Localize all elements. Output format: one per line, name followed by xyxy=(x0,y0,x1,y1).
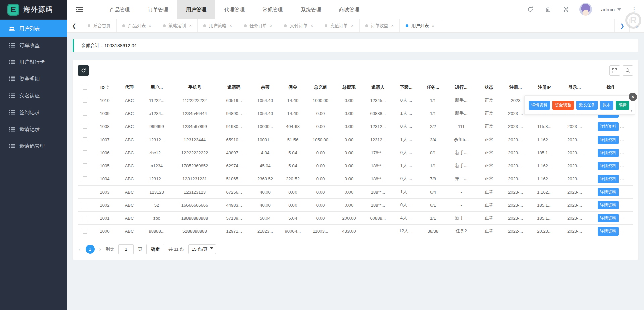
table-cell: 188**... xyxy=(363,172,393,186)
tab[interactable]: 产品列表× xyxy=(117,19,157,32)
table-cell: 52 xyxy=(141,199,172,212)
sidebar-item[interactable]: 用户列表 xyxy=(0,20,67,37)
tabs-scroll-left-icon[interactable]: ❮ xyxy=(67,19,82,32)
user-menu[interactable]: admin xyxy=(601,7,621,12)
sidebar-item[interactable]: 签到记录 xyxy=(0,104,67,121)
row-checkbox[interactable] xyxy=(83,98,87,103)
tab-close-icon[interactable]: × xyxy=(432,23,434,28)
top-menu-item[interactable]: 商城管理 xyxy=(330,0,368,19)
detail-button[interactable]: 详情资料 xyxy=(598,162,619,170)
tab[interactable]: 策略定制× xyxy=(157,19,198,32)
next-page-icon[interactable]: › xyxy=(99,246,102,253)
detail-button[interactable]: 详情资料 xyxy=(598,201,619,209)
detail-button[interactable]: 详情资料 xyxy=(598,175,619,183)
popup-action-button[interactable]: 派发任务 xyxy=(576,101,598,110)
table-cell: 1000.00 xyxy=(306,94,335,107)
tab-close-icon[interactable]: × xyxy=(189,23,192,28)
tab[interactable]: 任务订单× xyxy=(238,19,279,32)
tab-close-icon[interactable]: × xyxy=(229,23,232,28)
top-menu-item[interactable]: 代理管理 xyxy=(215,0,254,19)
sidebar-item[interactable]: 订单收益 xyxy=(0,37,67,54)
list-icon xyxy=(9,42,15,49)
table-refresh-button[interactable] xyxy=(78,65,89,76)
row-checkbox[interactable] xyxy=(83,150,87,155)
row-more-icon[interactable]: ... xyxy=(620,215,625,220)
table-cell: 正常 xyxy=(476,133,502,146)
tab-close-icon[interactable]: × xyxy=(149,23,151,28)
row-more-icon[interactable]: ... xyxy=(620,189,625,194)
row-more-icon[interactable]: ... xyxy=(620,176,625,181)
row-checkbox[interactable] xyxy=(83,203,87,207)
row-more-icon[interactable]: ... xyxy=(620,137,625,142)
detail-button[interactable]: 详情资料 xyxy=(598,122,619,131)
page-number-button[interactable]: 1 xyxy=(86,245,95,254)
popup-close-icon[interactable]: ✕ xyxy=(629,93,637,101)
tab[interactable]: 充值订单× xyxy=(319,19,360,32)
page-size-select[interactable]: 15 条/页 xyxy=(188,244,216,254)
table-cell: 杀组5... xyxy=(446,133,476,146)
row-checkbox[interactable] xyxy=(83,229,87,234)
list-icon xyxy=(9,76,15,82)
top-menu-item[interactable]: 产品管理 xyxy=(101,0,139,19)
top-menu-item[interactable]: 常规管理 xyxy=(254,0,292,19)
row-more-icon[interactable]: ... xyxy=(620,150,625,155)
tab-label: 后台首页 xyxy=(93,23,111,29)
row-checkbox[interactable] xyxy=(83,176,87,181)
table-row: 1005ABCa12341785236985262974...45.045.04… xyxy=(78,159,633,172)
sort-icon[interactable] xyxy=(106,85,109,89)
row-checkbox[interactable] xyxy=(83,163,87,168)
row-checkbox[interactable] xyxy=(83,124,87,129)
select-all-checkbox[interactable] xyxy=(83,85,87,90)
tab[interactable]: 用户列表× xyxy=(400,19,440,32)
fullscreen-icon[interactable] xyxy=(561,5,570,14)
table-search-button[interactable] xyxy=(623,65,633,76)
tab[interactable]: 用户策略× xyxy=(198,19,238,32)
detail-button[interactable]: 详情资料 xyxy=(598,149,619,157)
popup-action-button[interactable]: 资金调整 xyxy=(552,101,574,110)
sidebar-item[interactable]: 用户银行卡 xyxy=(0,54,67,70)
detail-button[interactable]: 详情资料 xyxy=(598,214,619,222)
row-more-icon[interactable]: ... xyxy=(620,124,625,129)
row-checkbox[interactable] xyxy=(83,137,87,142)
sidebar-item[interactable]: 邀请码管理 xyxy=(0,138,67,154)
prev-page-icon[interactable]: ‹ xyxy=(78,246,82,253)
table-cell: 3/4 xyxy=(420,133,446,146)
popup-action-button[interactable]: 编辑 xyxy=(616,101,629,110)
tab-close-icon[interactable]: × xyxy=(351,23,354,28)
tab[interactable]: 支付订单× xyxy=(278,19,319,32)
row-more-icon[interactable]: ... xyxy=(620,163,625,168)
columns-toggle-button[interactable] xyxy=(609,65,620,76)
trash-icon[interactable] xyxy=(544,5,552,14)
table-row: 1001ABCzbc1888888888857139...50.045.040.… xyxy=(78,212,633,225)
more-options-icon[interactable]: ⋮ xyxy=(630,6,638,13)
page-input[interactable] xyxy=(118,244,134,254)
tab-close-icon[interactable]: × xyxy=(310,23,313,28)
sidebar-item[interactable]: 资金明细 xyxy=(0,70,67,87)
user-avatar[interactable] xyxy=(579,3,592,16)
popup-caret-icon[interactable]: ▼ xyxy=(630,109,633,112)
top-menu-item[interactable]: 系统管理 xyxy=(292,0,330,19)
top-menu-item[interactable]: 订单管理 xyxy=(139,0,177,19)
table-cell: 60888... xyxy=(363,107,393,120)
sidebar-toggle-icon[interactable] xyxy=(67,0,91,19)
row-checkbox[interactable] xyxy=(83,216,87,220)
row-more-icon[interactable]: ... xyxy=(620,228,625,234)
tab-close-icon[interactable]: × xyxy=(391,23,394,28)
detail-button[interactable]: 详情资料 xyxy=(598,227,619,236)
popup-action-button[interactable]: 账本 xyxy=(600,101,613,110)
detail-button[interactable]: 详情资料 xyxy=(598,136,619,144)
tab[interactable]: 订单收益× xyxy=(360,19,400,32)
confirm-page-button[interactable]: 确定 xyxy=(146,244,164,254)
sidebar-item[interactable]: 实名认证 xyxy=(0,87,67,104)
sidebar-item[interactable]: 邀请记录 xyxy=(0,121,67,138)
row-checkbox[interactable] xyxy=(83,111,87,116)
popup-action-button[interactable]: 详情资料 xyxy=(529,101,550,110)
tab[interactable]: 后台首页 xyxy=(82,19,117,32)
row-checkbox[interactable] xyxy=(83,190,87,194)
top-menu-item[interactable]: 用户管理 xyxy=(177,0,215,19)
row-more-icon[interactable]: ... xyxy=(620,202,625,207)
column-header[interactable]: ID xyxy=(92,81,118,94)
refresh-icon[interactable] xyxy=(526,5,535,14)
detail-button[interactable]: 详情资料 xyxy=(598,188,619,196)
tab-close-icon[interactable]: × xyxy=(270,23,273,28)
